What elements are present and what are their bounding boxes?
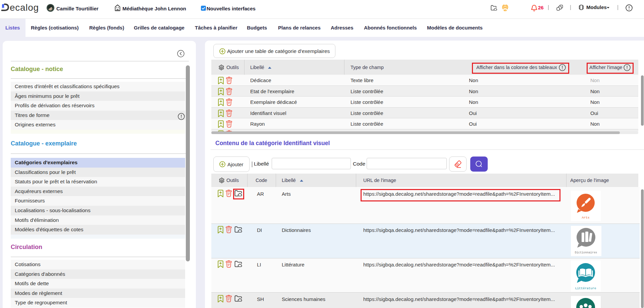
svg-text:Arts: Arts	[582, 216, 590, 220]
svg-text:Dictionnaires: Dictionnaires	[575, 251, 597, 254]
svg-text:ecalog: ecalog	[10, 2, 39, 13]
svg-text:Littérature: Littérature	[575, 287, 596, 290]
